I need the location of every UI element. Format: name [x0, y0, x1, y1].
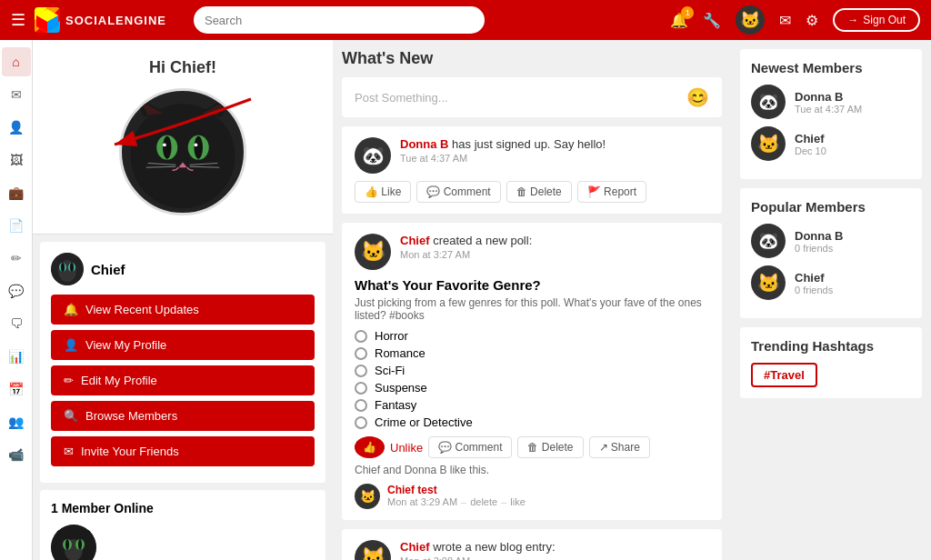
- post-box[interactable]: Post Something... 😊: [342, 77, 722, 117]
- svg-point-5: [131, 104, 235, 208]
- feed-title: What's New: [342, 49, 722, 68]
- comment-avatar: 🐱: [355, 484, 380, 509]
- gear-icon-topnav[interactable]: ⚙: [806, 12, 818, 29]
- wrench-icon[interactable]: 🔧: [703, 12, 721, 29]
- member-online-section: 1 Member Online: [40, 490, 325, 560]
- poll-options: Horror Romance Sci-Fi Suspense Fantasy C…: [355, 329, 709, 429]
- feed-item-3-action: wrote a new blog entry:: [433, 540, 555, 554]
- bell-badge: 1: [681, 6, 694, 19]
- signout-icon: →: [847, 14, 858, 26]
- layout: ⌂ ✉ 👤 🖼 💼 📄 ✏ 💬 🗨 📊 📅 👥 📹: [0, 40, 931, 560]
- comment-btn-1[interactable]: 💬 Comment: [416, 181, 500, 203]
- newest-members-section: Newest Members 🐼 Donna B Tue at 4:37 AM …: [740, 49, 922, 179]
- chief-link-poll[interactable]: Chief: [400, 234, 430, 247]
- donna-b-popular-avatar[interactable]: 🐼: [751, 224, 786, 258]
- logo-text: SOCIALENGINE: [65, 14, 166, 27]
- chief-link-blog[interactable]: Chief: [400, 540, 430, 554]
- left-panel: Hi Chief!: [33, 40, 333, 560]
- newest-member-1: 🐼 Donna B Tue at 4:37 AM: [751, 85, 911, 119]
- view-recent-updates-btn[interactable]: 🔔 View Recent Updates: [51, 295, 315, 325]
- sidebar-item-video[interactable]: 📹: [2, 440, 31, 469]
- user-profile-avatar[interactable]: [119, 88, 246, 215]
- greeting-text: Hi Chief!: [42, 58, 324, 77]
- user-card-name: Chief: [91, 262, 125, 277]
- comment-btn-2[interactable]: 💬 Comment: [428, 436, 512, 458]
- chief-avatar-blog[interactable]: 🐱: [355, 540, 391, 560]
- svg-point-15: [194, 143, 197, 146]
- poll-option-1[interactable]: Horror: [355, 329, 709, 343]
- chief-newest-avatar[interactable]: 🐱: [751, 126, 786, 161]
- chief-popular-name[interactable]: Chief: [795, 271, 911, 285]
- mail-icon-topnav[interactable]: ✉: [779, 12, 791, 29]
- feed-item-2-action: created a new poll:: [433, 234, 532, 247]
- sidebar-item-pencil[interactable]: ✏: [2, 244, 31, 273]
- feed-item-poll: 🐱 Chief created a new poll: Mon at 3:27 …: [342, 223, 722, 520]
- donna-b-newest-avatar[interactable]: 🐼: [751, 85, 786, 119]
- comment-time: Mon at 3:29 AM: [387, 496, 457, 507]
- sidebar-item-doc[interactable]: 📄: [2, 211, 31, 240]
- report-btn-1[interactable]: 🚩 Report: [577, 181, 646, 203]
- edit-my-profile-btn[interactable]: ✏ Edit My Profile: [51, 365, 315, 395]
- comment-meta: Mon at 3:29 AM – delete – like: [387, 496, 526, 507]
- sidebar-item-briefcase[interactable]: 💼: [2, 178, 31, 207]
- hamburger-icon[interactable]: ☰: [11, 10, 25, 30]
- topnav-right: 🔔 1 🔧 🐱 ✉ ⚙ → Sign Out: [670, 5, 920, 35]
- sidebar-icons: ⌂ ✉ 👤 🖼 💼 📄 ✏ 💬 🗨 📊 📅 👥 📹: [0, 40, 33, 560]
- poll-option-4[interactable]: Suspense: [355, 381, 709, 395]
- sidebar-item-chart[interactable]: 📊: [2, 342, 31, 371]
- updates-icon: 🔔: [64, 303, 78, 316]
- comment-delete-link[interactable]: delete: [470, 496, 497, 507]
- invite-friends-btn[interactable]: ✉ Invite Your Friends: [51, 436, 315, 466]
- delete-btn-1[interactable]: 🗑 Delete: [506, 181, 572, 203]
- comment-user-link[interactable]: Chief test: [387, 484, 437, 496]
- user-card: Chief 🔔 View Recent Updates 👤 View My Pr…: [40, 242, 325, 483]
- poll-option-5[interactable]: Fantasy: [355, 398, 709, 412]
- chief-popular-sub: 0 friends: [795, 285, 911, 295]
- sidebar-item-calendar[interactable]: 📅: [2, 375, 31, 404]
- sidebar-item-group[interactable]: 👥: [2, 407, 31, 436]
- poll-question: What's Your Favorite Genre?: [355, 277, 709, 293]
- feed-item-1-meta: Donna B has just signed up. Say hello! T…: [400, 137, 709, 164]
- view-my-profile-btn[interactable]: 👤 View My Profile: [51, 330, 315, 360]
- search-box[interactable]: [194, 6, 485, 34]
- delete-btn-2[interactable]: 🗑 Delete: [517, 436, 583, 458]
- user-avatar-topnav[interactable]: 🐱: [736, 5, 765, 35]
- sidebar-item-user[interactable]: 👤: [2, 113, 31, 142]
- hashtag-travel[interactable]: #Travel: [751, 363, 817, 387]
- poll-option-2[interactable]: Romance: [355, 346, 709, 360]
- sidebar-item-bubble[interactable]: 💬: [2, 276, 31, 305]
- user-mini-avatar: [51, 253, 84, 285]
- unlike-label[interactable]: Unlike: [390, 441, 423, 455]
- chief-newest-name[interactable]: Chief: [795, 132, 911, 145]
- post-placeholder[interactable]: Post Something...: [355, 91, 448, 105]
- poll-option-6[interactable]: Crime or Detective: [355, 415, 709, 429]
- feed-item-2-time: Mon at 3:27 AM: [400, 249, 709, 260]
- comment-like-link[interactable]: like: [510, 496, 526, 507]
- sidebar-item-mail[interactable]: ✉: [2, 80, 31, 109]
- logo: SOCIALENGINE: [35, 7, 166, 33]
- svg-point-28: [70, 263, 74, 272]
- like-btn-1[interactable]: 👍 Like: [355, 181, 411, 203]
- emoji-icon[interactable]: 😊: [686, 86, 709, 108]
- unlike-btn-2[interactable]: 👍: [355, 436, 385, 458]
- chief-avatar-poll[interactable]: 🐱: [355, 234, 391, 270]
- browse-members-btn[interactable]: 🔍 Browse Members: [51, 401, 315, 431]
- donna-b-newest-name[interactable]: Donna B: [795, 90, 911, 104]
- donna-b-popular-name[interactable]: Donna B: [795, 229, 911, 243]
- search-icon: 🔍: [64, 409, 78, 423]
- share-btn-2[interactable]: ↗ Share: [589, 436, 650, 458]
- popular-member-1: 🐼 Donna B 0 friends: [751, 224, 911, 258]
- sidebar-item-home[interactable]: ⌂: [2, 47, 31, 76]
- online-member-avatar[interactable]: [51, 525, 96, 560]
- comment-text: Chief test: [387, 484, 526, 496]
- sidebar-item-chat[interactable]: 🗨: [2, 309, 31, 338]
- poll-option-3[interactable]: Sci-Fi: [355, 364, 709, 377]
- donna-b-link[interactable]: Donna B: [400, 137, 448, 151]
- signout-button[interactable]: → Sign Out: [833, 8, 920, 32]
- chief-popular-avatar[interactable]: 🐱: [751, 265, 786, 300]
- notification-bell[interactable]: 🔔 1: [670, 12, 688, 29]
- sidebar-item-photo[interactable]: 🖼: [2, 145, 31, 175]
- poll-desc: Just picking from a few genres for this …: [355, 296, 709, 322]
- search-input[interactable]: [205, 14, 474, 27]
- donna-b-avatar[interactable]: 🐼: [355, 137, 391, 174]
